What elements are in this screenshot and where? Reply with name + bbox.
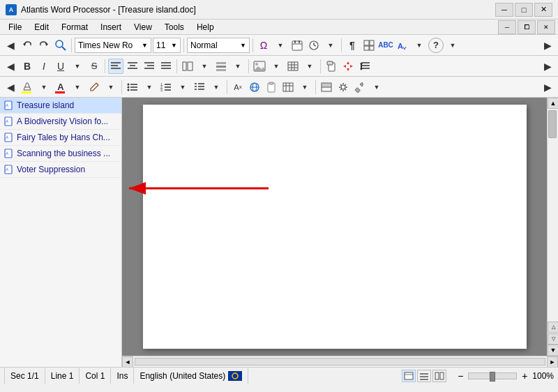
outline-dropdown[interactable]: ▼ [209,80,224,95]
justify-btn[interactable] [158,59,174,74]
special-char-button[interactable]: Ω [256,38,271,53]
paste-btn[interactable] [324,59,339,74]
maximize-button[interactable]: □ [515,3,533,17]
sidebar-item-2[interactable]: A Fairy Tales by Hans Ch... [0,130,121,146]
menu-insert[interactable]: Insert [95,21,127,33]
nav-right-btn2[interactable]: ▶ [540,59,555,74]
h-scroll-right-btn[interactable]: ► [547,356,558,367]
h-scroll-left-btn[interactable]: ◄ [122,356,133,367]
minimize-button[interactable]: ─ [495,3,513,17]
sidebar-item-1[interactable]: A A Biodiversity Vision fo... [0,114,121,130]
zoom-thumb[interactable] [490,372,495,382]
sidebar-item-4[interactable]: A Voter Suppression [0,162,121,178]
table-dropdown[interactable]: ▼ [302,59,317,74]
highlight-btn[interactable] [20,80,35,95]
zoom-slider[interactable] [468,372,517,379]
dropdown-btn4[interactable]: ▼ [445,38,460,53]
align-center-btn[interactable] [125,59,140,74]
scroll-track[interactable] [548,109,558,322]
vertical-scrollbar[interactable]: ▲ △ ▽ ▼ [547,98,558,356]
find-button[interactable] [53,38,68,53]
menu-edit[interactable]: Edit [29,21,54,33]
cross-arrows-btn[interactable] [340,59,356,74]
font-name-dropdown[interactable]: Times New Ro ▼ [75,38,151,53]
scroll-page-down-btn[interactable]: ▽ [548,333,558,345]
editor-area[interactable] [122,98,547,356]
sidebar-item-3[interactable]: A Scanning the business ... [0,146,121,162]
image-dropdown[interactable]: ▼ [269,59,284,74]
bullet-dropdown[interactable]: ▼ [142,80,157,95]
shading-btn[interactable] [319,80,334,95]
menu-file[interactable]: File [3,21,27,33]
menu-view[interactable]: View [128,21,158,33]
align-right-btn[interactable] [142,59,157,74]
h-scroll-track[interactable] [135,358,545,365]
scroll-down-btn[interactable]: ▼ [548,345,558,356]
clipboard-small-btn[interactable] [264,80,279,95]
undo-button[interactable] [20,38,35,53]
spellcheck-btn[interactable]: A [395,38,410,53]
nav-left-btn3[interactable]: ◀ [3,80,18,95]
scroll-up-btn[interactable]: ▲ [548,98,558,109]
dropdown-btn2[interactable]: ▼ [323,38,338,53]
globe-btn[interactable] [247,80,262,95]
view-btn2[interactable] [361,38,377,53]
close-button[interactable]: ✕ [534,3,552,17]
columns-btn[interactable] [180,59,195,74]
clock-button[interactable] [306,38,322,53]
table-small-btn[interactable] [280,80,296,95]
redo-button[interactable] [36,38,52,53]
superscript-btn[interactable]: Ax [230,80,246,95]
italic-button[interactable]: I [36,59,52,74]
table-small-dropdown[interactable]: ▼ [297,80,312,95]
bold-button[interactable]: B [20,59,35,74]
view-mode-2[interactable] [417,370,431,382]
font-color-btn[interactable]: A [53,80,68,95]
underline-button[interactable]: U [53,59,68,74]
scroll-thumb[interactable] [548,110,557,138]
outline-list-btn[interactable] [192,80,207,95]
align-left-btn[interactable] [108,59,123,74]
dropdown-btn3[interactable]: ▼ [412,38,427,53]
numbered-dropdown[interactable]: ▼ [175,80,190,95]
nav-right-btn3[interactable]: ▶ [540,80,555,95]
inner-minimize-button[interactable]: ─ [498,20,516,34]
image-btn[interactable] [252,59,267,74]
menu-format[interactable]: Format [56,21,93,33]
menu-help[interactable]: Help [191,21,220,33]
paragraph-btn[interactable]: ¶ [345,38,360,53]
underline-dropdown[interactable]: ▼ [70,59,85,74]
indent-dropdown[interactable]: ▼ [230,59,246,74]
gear-btn1[interactable] [335,80,351,95]
style-dropdown[interactable]: Normal ▼ [187,38,250,53]
table-btn[interactable] [285,59,301,74]
calendar-button[interactable] [289,38,305,53]
scroll-page-up-btn[interactable]: △ [548,322,558,333]
inner-maximize-button[interactable]: ⧠ [518,20,536,34]
font-size-dropdown[interactable]: 11 ▼ [153,38,181,53]
zoom-plus-btn[interactable]: + [519,370,530,382]
view-mode-1[interactable] [402,370,416,382]
highlight-dropdown[interactable]: ▼ [36,80,52,95]
nav-left-btn2[interactable]: ◀ [3,59,18,74]
zoom-minus-btn[interactable]: − [455,370,466,382]
abc-btn[interactable]: ABC [378,38,393,53]
tools-dropdown[interactable]: ▼ [369,80,384,95]
brush-btn[interactable] [86,80,102,95]
nav-left-btn[interactable]: ◀ [3,38,18,53]
help-btn[interactable]: ? [428,38,444,53]
brush-dropdown[interactable]: ▼ [103,80,119,95]
font-color-dropdown[interactable]: ▼ [70,80,85,95]
inner-close-button[interactable]: ✕ [537,20,555,34]
view-mode-3[interactable] [432,370,446,382]
columns-dropdown[interactable]: ▼ [197,59,212,74]
menu-tools[interactable]: Tools [159,21,190,33]
bullet-list-btn[interactable] [125,80,140,95]
sidebar-item-0[interactable]: A Treasure island [0,98,121,114]
paragraph-spacing-btn[interactable] [357,59,372,74]
strikethrough-button[interactable]: S [86,59,102,74]
nav-right-btn[interactable]: ▶ [540,38,555,53]
numbered-list-btn[interactable]: 1.2.3. [158,80,174,95]
dropdown-btn1[interactable]: ▼ [273,38,288,53]
tools-btn[interactable] [352,80,368,95]
